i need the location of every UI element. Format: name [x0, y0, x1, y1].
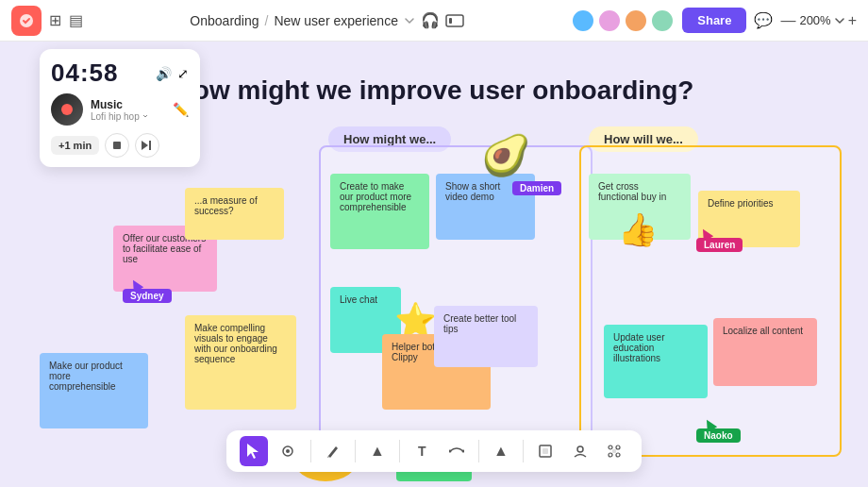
connector-tool[interactable] [442, 436, 470, 466]
topbar-left: ⊞ ▤ [11, 6, 83, 36]
name-tag-damien: Damien [512, 181, 561, 195]
music-genre: Lofi hip hop [91, 111, 149, 122]
chat-icon[interactable]: 💬 [754, 11, 773, 29]
user-tool[interactable] [565, 436, 593, 466]
svg-rect-1 [446, 15, 463, 26]
zoom-level[interactable]: 200% [799, 13, 830, 27]
page-name[interactable]: New user experience [274, 13, 398, 28]
shapes-expand[interactable]: ▲ [363, 436, 392, 466]
main-heading: How might we improve user onboarding? [175, 76, 694, 106]
volume-icon[interactable]: 🔊 [156, 66, 172, 81]
thumbsup-sticker: 👍 [618, 213, 658, 245]
timer-row: 04:58 🔊 ⤢ [51, 59, 189, 88]
svg-rect-3 [113, 142, 121, 149]
next-button[interactable] [135, 133, 159, 158]
topbar: ⊞ ▤ Onboarding / New user experience 🎧 S… [0, 0, 868, 42]
connector-expand[interactable]: ▲ [487, 436, 515, 466]
hand-tool[interactable] [274, 436, 302, 466]
avatar-3 [624, 8, 648, 33]
svg-marker-6 [247, 444, 259, 459]
name-tag-naoko: Naoko [696, 428, 741, 443]
grid-icon[interactable]: ⊞ [49, 11, 61, 29]
toolbar-sep-5 [523, 440, 524, 462]
toolbar-sep-3 [399, 440, 400, 462]
zoom-dropdown-icon[interactable] [835, 16, 844, 25]
app-icon[interactable] [11, 6, 42, 36]
toolbar-sep-2 [355, 440, 356, 462]
music-disc [51, 93, 83, 126]
zoom-control: — 200% + [780, 12, 857, 29]
headphone-icon[interactable]: 🎧 [421, 11, 440, 29]
zoom-in-button[interactable]: + [848, 12, 857, 29]
svg-point-14 [609, 445, 612, 449]
add-minute-button[interactable]: +1 min [51, 136, 99, 155]
name-tag-lauren: Lauren [696, 238, 743, 252]
pen-tool[interactable] [319, 436, 347, 466]
toolbar-sep-1 [310, 440, 311, 462]
timer-display: 04:58 [51, 59, 119, 88]
page-dropdown-icon[interactable] [404, 15, 415, 26]
topbar-right: Share 💬 — 200% + [571, 8, 857, 33]
sticky-visuals[interactable]: Make compelling visuals to engage with o… [185, 315, 296, 410]
avatar-4 [650, 8, 675, 33]
star-sticker: ⭐ [394, 304, 437, 338]
text-tool[interactable]: T [408, 436, 436, 466]
svg-rect-18 [612, 449, 616, 453]
stop-button[interactable] [105, 133, 129, 158]
svg-point-8 [286, 449, 290, 453]
frame-tool[interactable] [531, 436, 559, 466]
pencil-icon: ✏️ [173, 102, 189, 117]
group-tool[interactable] [600, 436, 628, 466]
avocado-sticker: 🥑 [481, 136, 530, 176]
music-disc-inner [61, 104, 73, 115]
svg-point-17 [616, 453, 620, 457]
sticky-tooltips[interactable]: Create better tool tips [434, 306, 538, 367]
sticky-create[interactable]: Create to make our product more comprehe… [330, 174, 429, 249]
svg-point-16 [609, 453, 612, 457]
project-name[interactable]: Onboarding [190, 13, 259, 28]
svg-marker-4 [142, 141, 148, 150]
share-button[interactable]: Share [682, 8, 746, 33]
name-tag-sydney: Sydney [123, 289, 172, 303]
topbar-center: Onboarding / New user experience 🎧 [190, 11, 464, 29]
music-widget: 04:58 🔊 ⤢ Music Lofi hip hop ✏️ +1 min [40, 49, 200, 167]
timer-icons: 🔊 ⤢ [156, 66, 189, 81]
avatar-1 [571, 8, 595, 33]
canvas: 04:58 🔊 ⤢ Music Lofi hip hop ✏️ +1 min [0, 42, 868, 487]
music-info: Music Lofi hip hop ✏️ [51, 93, 189, 126]
svg-rect-12 [542, 448, 548, 454]
zoom-out-button[interactable]: — [780, 12, 795, 29]
bottom-toolbar: ▲ T ▲ [226, 430, 642, 472]
table-icon[interactable]: ▤ [69, 11, 83, 29]
svg-point-13 [577, 446, 583, 452]
music-controls: +1 min [51, 133, 189, 158]
sticky-measure[interactable]: ...a measure of success? [185, 188, 284, 240]
music-title: Music [91, 98, 149, 111]
breadcrumb-sep: / [265, 13, 269, 28]
cursor-tool[interactable] [240, 436, 268, 466]
timer-icon[interactable] [445, 14, 464, 27]
sticky-education[interactable]: Update user education illustrations [604, 325, 708, 398]
music-text: Music Lofi hip hop [91, 98, 149, 122]
sticky-product[interactable]: Make our product more comprehensible [40, 353, 148, 428]
svg-rect-5 [149, 141, 151, 150]
sticky-localize[interactable]: Localize all content [713, 318, 817, 386]
svg-point-15 [616, 445, 620, 449]
svg-rect-2 [449, 18, 452, 24]
expand-icon[interactable]: ⤢ [177, 66, 189, 81]
avatar-2 [597, 8, 622, 33]
toolbar-sep-4 [478, 440, 479, 462]
